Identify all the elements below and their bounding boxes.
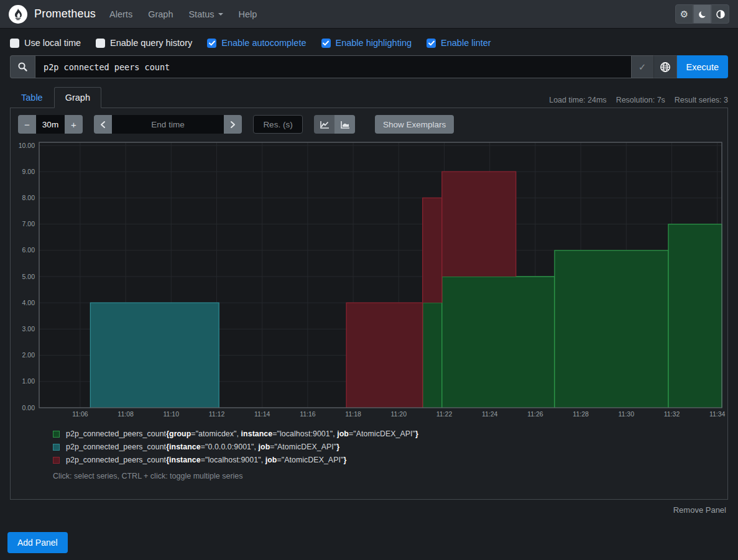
checkbox-enable-linter[interactable]: Enable linter — [427, 38, 491, 48]
unchecked-checkbox-icon[interactable] — [10, 39, 19, 48]
svg-text:11:14: 11:14 — [254, 410, 270, 418]
checkbox-label: Use local time — [24, 38, 81, 48]
increase-range-button[interactable]: + — [65, 115, 83, 134]
series-swatch-icon — [53, 444, 60, 451]
series-swatch-icon — [53, 431, 60, 438]
resolution-input[interactable] — [253, 115, 303, 134]
globe-icon — [660, 62, 671, 73]
legend-item[interactable]: p2p_connected_peers_count{instance="loca… — [53, 456, 721, 464]
endtime-control — [94, 115, 242, 134]
load-time: Load time: 24ms — [549, 96, 606, 104]
series-area — [442, 277, 555, 408]
series-area — [668, 224, 722, 408]
series-area — [346, 303, 423, 408]
navbar: Prometheus AlertsGraphStatusHelp ⚙ — [0, 0, 738, 28]
svg-text:3.00: 3.00 — [22, 325, 35, 333]
checkbox-enable-query-history[interactable]: Enable query history — [96, 38, 192, 48]
svg-text:5.00: 5.00 — [22, 273, 35, 280]
checked-checkbox-icon[interactable] — [321, 39, 331, 48]
range-control: − + — [18, 115, 83, 134]
end-time-input[interactable] — [112, 115, 224, 134]
svg-text:11:18: 11:18 — [345, 410, 361, 418]
chart-type-toggle — [314, 115, 355, 134]
checkmark-indicator[interactable]: ✓ — [631, 55, 654, 78]
svg-text:0.00: 0.00 — [22, 404, 35, 411]
remove-panel-link[interactable]: Remove Panel — [673, 505, 726, 515]
svg-text:9.00: 9.00 — [22, 168, 35, 175]
svg-text:4.00: 4.00 — [22, 299, 35, 306]
nav-item-graph[interactable]: Graph — [148, 9, 173, 19]
resolution: Resolution: 7s — [616, 96, 665, 104]
series-name: p2p_connected_peers_count{group="atomicd… — [66, 429, 418, 438]
legend-item[interactable]: p2p_connected_peers_count{instance="0.0.… — [53, 443, 721, 451]
metrics-explorer-button[interactable] — [654, 55, 677, 78]
svg-text:2.00: 2.00 — [22, 351, 35, 359]
legend-item[interactable]: p2p_connected_peers_count{group="atomicd… — [53, 429, 721, 438]
sun-icon[interactable]: ⚙ — [675, 4, 693, 24]
svg-text:11:24: 11:24 — [482, 410, 498, 418]
graph-canvas[interactable]: 0.001.002.003.004.005.006.007.008.009.00… — [17, 141, 729, 421]
query-input[interactable] — [35, 55, 631, 78]
svg-text:11:08: 11:08 — [118, 410, 134, 418]
series-area — [442, 172, 516, 277]
checked-checkbox-icon[interactable] — [427, 39, 436, 48]
checkbox-enable-autocomplete[interactable]: Enable autocomplete — [207, 38, 306, 48]
svg-text:11:26: 11:26 — [527, 410, 543, 418]
nav-links: AlertsGraphStatusHelp — [109, 9, 272, 19]
query-stats: Load time: 24ms Resolution: 7s Result se… — [540, 96, 728, 108]
graph-panel: − + — [10, 108, 728, 500]
svg-text:11:34: 11:34 — [709, 410, 726, 418]
remove-panel-row: Remove Panel — [0, 504, 726, 515]
svg-text:11:32: 11:32 — [664, 410, 680, 418]
series-area — [555, 250, 668, 408]
svg-text:11:10: 11:10 — [164, 410, 180, 418]
legend-hint: Click: select series, CTRL + click: togg… — [53, 472, 721, 480]
graph-controls: − + — [18, 115, 720, 134]
nav-item-alerts[interactable]: Alerts — [109, 9, 132, 19]
stacked-chart-icon[interactable] — [334, 115, 355, 134]
series-name: p2p_connected_peers_count{instance="loca… — [66, 456, 346, 464]
svg-text:11:28: 11:28 — [573, 410, 589, 418]
show-exemplars-button[interactable]: Show Exemplars — [375, 115, 454, 134]
nav-item-status[interactable]: Status — [188, 9, 223, 19]
add-panel-button[interactable]: Add Panel — [7, 532, 68, 553]
svg-text:7.00: 7.00 — [22, 220, 35, 227]
svg-text:6.00: 6.00 — [22, 246, 35, 254]
series-swatch-icon — [53, 457, 60, 464]
decrease-range-button[interactable]: − — [18, 115, 36, 134]
line-chart-icon[interactable] — [314, 115, 334, 134]
checkbox-use-local-time[interactable]: Use local time — [10, 38, 81, 48]
tab-graph[interactable]: Graph — [54, 87, 101, 108]
svg-text:11:30: 11:30 — [619, 410, 635, 418]
checkbox-label: Enable query history — [110, 38, 192, 48]
theme-toggle-group: ⚙ — [675, 4, 729, 24]
torch-icon — [11, 7, 25, 21]
svg-text:11:16: 11:16 — [300, 410, 316, 418]
unchecked-checkbox-icon[interactable] — [96, 39, 105, 48]
nav-item-help[interactable]: Help — [239, 9, 257, 19]
chevron-right-icon[interactable] — [224, 115, 242, 134]
prometheus-logo[interactable] — [9, 5, 27, 24]
checkbox-label: Enable linter — [441, 38, 491, 48]
execute-button[interactable]: Execute — [677, 55, 728, 78]
chevron-down-icon — [218, 13, 223, 16]
legend: p2p_connected_peers_count{group="atomicd… — [53, 429, 721, 464]
svg-text:11:20: 11:20 — [391, 410, 407, 418]
tabs-row: TableGraph Load time: 24ms Resolution: 7… — [10, 87, 728, 108]
result-series: Result series: 3 — [675, 96, 728, 104]
checked-checkbox-icon[interactable] — [207, 39, 216, 48]
tabs: TableGraph — [10, 87, 101, 108]
series-name: p2p_connected_peers_count{instance="0.0.… — [66, 443, 339, 451]
adjust-contrast-icon[interactable] — [711, 4, 729, 24]
options-row: Use local timeEnable query historyEnable… — [0, 28, 738, 55]
svg-text:8.00: 8.00 — [22, 194, 35, 201]
checkbox-label: Enable autocomplete — [221, 38, 306, 48]
svg-text:11:12: 11:12 — [209, 410, 225, 418]
series-area — [423, 198, 442, 303]
tab-table[interactable]: Table — [10, 87, 54, 108]
series-area — [423, 303, 442, 408]
range-input[interactable] — [36, 115, 65, 134]
moon-icon[interactable] — [693, 4, 711, 24]
checkbox-enable-highlighting[interactable]: Enable highlighting — [321, 38, 412, 48]
chevron-left-icon[interactable] — [94, 115, 112, 134]
